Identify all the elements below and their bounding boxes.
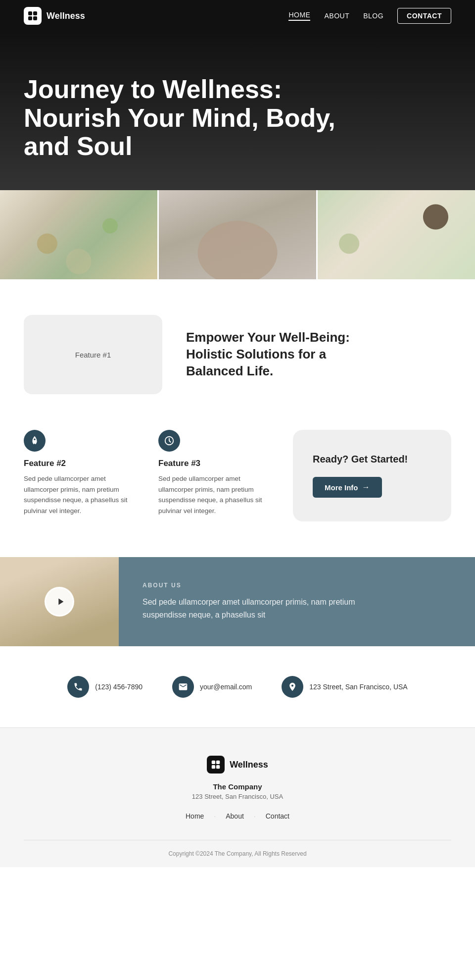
phone-icon (67, 676, 89, 698)
feature2-text: Sed pede ullamcorper amet ullamcorper pr… (24, 473, 139, 516)
contact-phone: (123) 456-7890 (67, 676, 142, 698)
feature-item-3: Feature #3 Sed pede ullamcorper amet ull… (158, 430, 293, 521)
footer-nav-sep2: · (254, 812, 256, 820)
footer-nav-home[interactable]: Home (186, 812, 204, 820)
footer-nav-about[interactable]: About (226, 812, 244, 820)
header: Wellness HOME ABOUT BLOG CONTACT (0, 0, 475, 32)
logo-icon (24, 7, 42, 25)
footer: Wellness The Company 123 Street, San Fra… (0, 727, 475, 867)
svg-rect-8 (216, 765, 220, 769)
svg-rect-7 (212, 765, 215, 769)
nav-about[interactable]: ABOUT (324, 12, 349, 20)
footer-nav: Home · About · Contact (186, 812, 289, 820)
svg-rect-5 (212, 761, 215, 764)
hero-image-herbs (0, 190, 159, 279)
hero-image-massage (159, 190, 318, 279)
email-icon (172, 676, 194, 698)
email-text: your@email.com (200, 683, 252, 691)
svg-rect-1 (33, 11, 37, 15)
hero-title: Journey to Wellness: Nourish Your Mind, … (24, 75, 370, 160)
footer-address: 123 Street, San Francisco, USA (192, 793, 283, 800)
hero-section: Journey to Wellness: Nourish Your Mind, … (0, 32, 475, 190)
hero-image-coffee (318, 190, 475, 279)
svg-rect-6 (216, 761, 220, 764)
about-content: ABOUT US Sed pede ullamcorper amet ullam… (119, 562, 404, 641)
feature-section-1: Feature #1 Empower Your Well-Being: Holi… (0, 279, 475, 430)
svg-rect-2 (28, 16, 32, 20)
nav-blog[interactable]: BLOG (363, 12, 383, 20)
play-button[interactable] (45, 587, 74, 617)
arrow-icon: → (362, 483, 370, 492)
logo-text: Wellness (47, 11, 85, 21)
footer-logo-icon (207, 756, 225, 774)
svg-rect-3 (33, 16, 37, 20)
feature3-title: Feature #3 (158, 459, 273, 468)
contact-email: your@email.com (172, 676, 252, 698)
cta-card: Ready? Get Started! More Info → (293, 430, 451, 521)
logo[interactable]: Wellness (24, 7, 85, 25)
feature-item-2: Feature #2 Sed pede ullamcorper amet ull… (24, 430, 158, 521)
feature3-icon (158, 430, 180, 452)
hero-images (0, 190, 475, 279)
feature1-heading: Empower Your Well-Being: Holistic Soluti… (186, 329, 364, 379)
footer-company-name: The Company (213, 782, 262, 791)
svg-rect-0 (28, 11, 32, 15)
feature2-icon (24, 430, 46, 452)
address-text: 123 Street, San Francisco, USA (309, 683, 407, 691)
footer-nav-contact[interactable]: Contact (266, 812, 289, 820)
location-icon (282, 676, 303, 698)
cta-title: Ready? Get Started! (313, 454, 408, 465)
about-text: Sed pede ullamcorper amet ullamcorper pr… (142, 596, 380, 621)
contact-address: 123 Street, San Francisco, USA (282, 676, 407, 698)
more-info-button[interactable]: More Info → (313, 477, 382, 498)
feature2-title: Feature #2 (24, 459, 139, 468)
about-label: ABOUT US (142, 582, 380, 589)
phone-text: (123) 456-7890 (95, 683, 142, 691)
feature3-text: Sed pede ullamcorper amet ullamcorper pr… (158, 473, 273, 516)
footer-logo: Wellness (207, 756, 268, 774)
contact-info-row: (123) 456-7890 your@email.com 123 Street… (0, 646, 475, 727)
footer-copyright: Copyright ©2024 The Company, All Rights … (24, 840, 451, 867)
feature1-placeholder: Feature #1 (24, 315, 162, 394)
main-nav: HOME ABOUT BLOG CONTACT (288, 8, 451, 24)
nav-home[interactable]: HOME (288, 11, 310, 21)
about-video-thumbnail (0, 557, 119, 646)
features-grid: Feature #2 Sed pede ullamcorper amet ull… (0, 430, 475, 557)
footer-nav-sep1: · (214, 812, 216, 820)
about-section: ABOUT US Sed pede ullamcorper amet ullam… (0, 557, 475, 646)
nav-contact-button[interactable]: CONTACT (397, 8, 451, 24)
footer-logo-text: Wellness (230, 760, 268, 770)
